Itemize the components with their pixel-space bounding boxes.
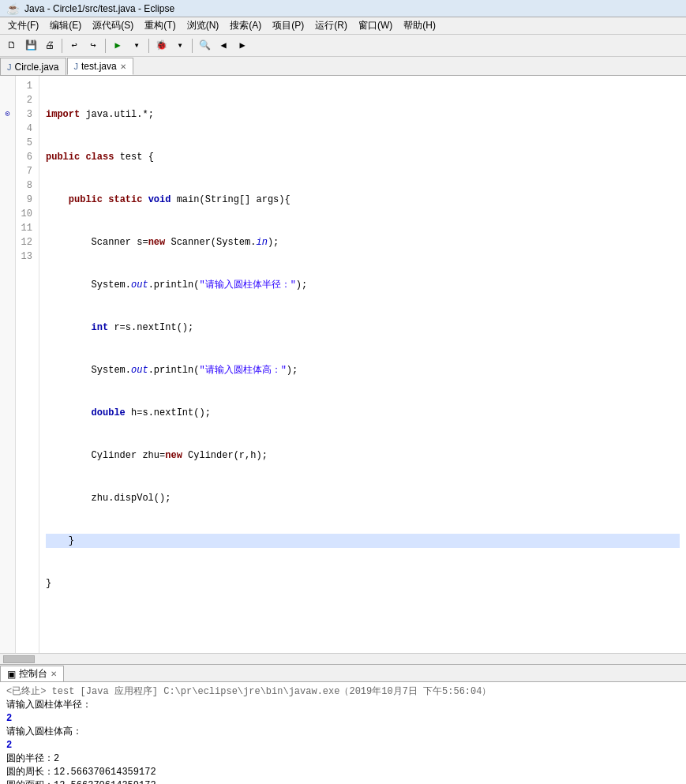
code-line-6: int r=s.nextInt(); [46,321,680,335]
gutter-line-11 [0,221,15,235]
code-line-8: double h=s.nextInt(); [46,406,680,420]
title-text: Java - Circle1/src/test.java - Eclipse [24,3,174,14]
gutter-line-9 [0,193,15,207]
code-line-1: import java.util.*; [46,107,680,122]
line-num-10: 10 [19,207,32,221]
menu-file[interactable]: 文件(F) [3,18,43,33]
console-result-area: 圆的面积：12.566370614359172 [6,779,680,784]
code-line-7: System.out.println("请输入圆柱体高："); [46,363,680,377]
tab-test-java-label: test.java [81,61,117,72]
gutter-line-12 [0,235,15,249]
console-input-2: 2 [6,739,680,752]
toolbar-btn-run-dropdown[interactable]: ▾ [128,37,145,54]
toolbar-btn-undo[interactable]: ↩ [66,37,83,54]
code-line-10: zhu.dispVol(); [46,491,680,505]
editor-tabs: J Circle.java J test.java ✕ [0,57,686,76]
code-line-2: public class test { [46,150,680,164]
gutter-line-4 [0,122,15,136]
gutter-line-10 [0,207,15,221]
toolbar-btn-back[interactable]: ◀ [215,37,232,54]
close-icon[interactable]: ✕ [120,62,126,71]
code-line-3: public static void main(String[] args){ [46,193,680,207]
line-num-11: 11 [19,221,32,235]
gutter: ⊙ [0,76,16,653]
console-output[interactable]: <已终止> test [Java 应用程序] C:\pr\eclipse\jre… [0,682,686,784]
console-container: ▣ 控制台 ✕ <已终止> test [Java 应用程序] C:\pr\ecl… [0,665,686,784]
console-close-icon[interactable]: ✕ [51,670,57,678]
code-content[interactable]: import java.util.*; public class test { … [39,76,686,653]
line-num-5: 5 [19,136,32,150]
menu-run[interactable]: 运行(R) [310,18,352,33]
java-icon: ☕ [6,2,20,15]
menu-source[interactable]: 源代码(S) [88,18,138,33]
toolbar-btn-print[interactable]: 🖨 [41,37,58,54]
console-result-radius: 圆的半径：2 [6,752,680,766]
console-terminated-line: <已终止> test [Java 应用程序] C:\pr\eclipse\jre… [6,685,680,699]
code-line-12: } [46,576,680,591]
circle-java-icon: J [7,62,12,72]
gutter-line-1 [0,79,15,93]
line-num-3: 3 [19,107,32,122]
menu-navigate[interactable]: 浏览(N) [182,18,224,33]
code-editor: ⊙ 1 2 3 4 5 6 7 8 9 10 11 12 13 [0,76,686,653]
toolbar-btn-debug-dropdown[interactable]: ▾ [171,37,189,54]
menu-window[interactable]: 窗口(W) [354,18,397,33]
line-num-6: 6 [19,150,32,164]
code-line-4: Scanner s=new Scanner(System.in); [46,235,680,249]
console-line-1: 请输入圆柱体半径： [6,699,680,712]
toolbar-btn-new[interactable]: 🗋 [3,37,21,54]
menu-search[interactable]: 搜索(A) [225,18,266,33]
menu-bar: 文件(F) 编辑(E) 源代码(S) 重构(T) 浏览(N) 搜索(A) 项目(… [0,17,686,35]
console-tab-icon: ▣ [7,669,16,680]
test-java-icon: J [74,62,79,71]
toolbar-btn-run[interactable]: ▶ [109,37,126,54]
gutter-line-7 [0,164,15,178]
toolbar-sep-4 [192,39,193,53]
toolbar-sep-1 [62,39,62,53]
console-line-2: 请输入圆柱体高： [6,726,680,739]
menu-help[interactable]: 帮助(H) [399,18,440,33]
title-bar: ☕ Java - Circle1/src/test.java - Eclipse [0,0,686,17]
line-num-2: 2 [19,93,32,107]
toolbar-sep-2 [105,39,106,53]
console-tabs: ▣ 控制台 ✕ [0,665,686,682]
toolbar-btn-redo[interactable]: ↪ [84,37,102,54]
gutter-line-6 [0,150,15,164]
toolbar-btn-save[interactable]: 💾 [22,37,39,54]
gutter-line-13 [0,249,15,264]
console-tab-main[interactable]: ▣ 控制台 ✕ [0,666,64,681]
line-num-7: 7 [19,164,32,178]
line-num-12: 12 [19,235,32,249]
menu-project[interactable]: 项目(P) [268,18,309,33]
line-num-8: 8 [19,178,32,193]
console-input-1: 2 [6,712,680,726]
gutter-line-2 [0,93,15,107]
code-line-9: Cylinder zhu=new Cylinder(r,h); [46,448,680,463]
tab-test-java[interactable]: J test.java ✕ [67,58,133,75]
editor-scrollbar[interactable] [0,653,686,664]
menu-refactor[interactable]: 重构(T) [140,18,180,33]
toolbar: 🗋 💾 🖨 ↩ ↪ ▶ ▾ 🐞 ▾ 🔍 ◀ ▶ [0,35,686,57]
line-numbers: 1 2 3 4 5 6 7 8 9 10 11 12 13 [16,76,39,653]
code-line-5: System.out.println("请输入圆柱体半径："); [46,278,680,292]
toolbar-btn-search[interactable]: 🔍 [196,37,213,54]
toolbar-sep-3 [148,39,149,53]
line-num-1: 1 [19,79,32,93]
tab-circle-java[interactable]: J Circle.java [0,58,66,75]
gutter-line-8 [0,178,15,193]
toolbar-btn-debug[interactable]: 🐞 [152,37,170,54]
gutter-line-5 [0,136,15,150]
console-result-perimeter: 圆的周长：12.566370614359172 [6,766,680,779]
console-tab-label: 控制台 [19,667,47,681]
editor-container: J Circle.java J test.java ✕ ⊙ [0,57,686,665]
line-num-4: 4 [19,122,32,136]
line-num-13: 13 [19,249,32,264]
line-num-9: 9 [19,193,32,207]
tab-circle-java-label: Circle.java [15,62,59,73]
menu-edit[interactable]: 编辑(E) [45,18,86,33]
scrollbar-thumb[interactable] [3,655,35,663]
gutter-line-3: ⊙ [0,107,15,122]
toolbar-btn-forward[interactable]: ▶ [234,37,251,54]
code-line-11: } [46,534,680,548]
